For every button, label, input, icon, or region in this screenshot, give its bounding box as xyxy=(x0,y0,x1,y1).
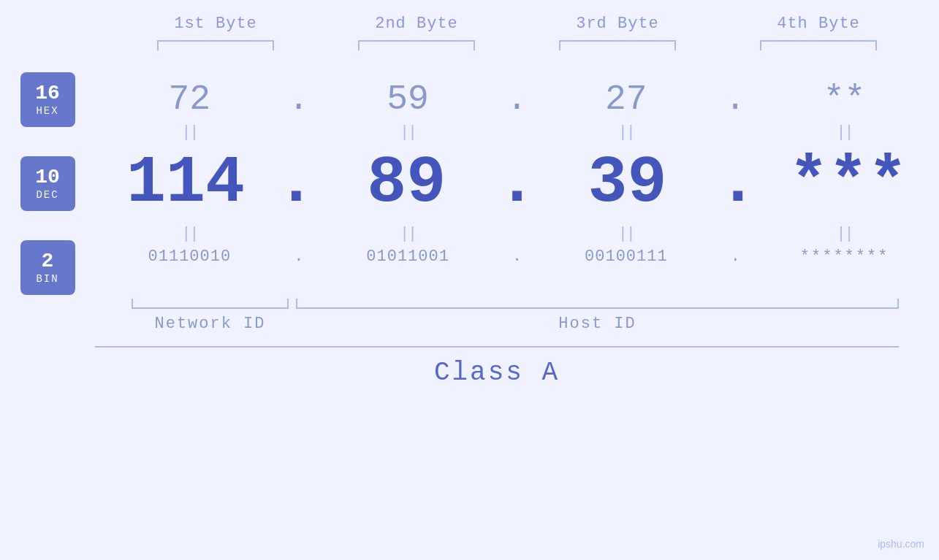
bottom-brackets-row xyxy=(95,299,899,309)
bin-badge: 2 BIN xyxy=(20,240,75,295)
network-bracket xyxy=(132,299,289,309)
host-id-label: Host ID xyxy=(296,315,899,333)
bin-b1-value: 01110010 xyxy=(148,248,232,266)
bin-dot3: . xyxy=(721,248,750,266)
host-bracket xyxy=(296,299,899,309)
id-labels-row: Network ID Host ID xyxy=(95,315,899,333)
bracket-top-3 xyxy=(559,40,676,50)
byte3-header: 3rd Byte xyxy=(517,15,718,33)
data-grid: 72 . 59 . 27 . ** xyxy=(95,72,939,295)
bin-b4-cell: ******** xyxy=(750,248,939,266)
dec-b4-cell: *** xyxy=(758,146,939,220)
eq2-c4: || xyxy=(750,225,939,243)
bracket-top-1 xyxy=(157,40,274,50)
hex-dot1: . xyxy=(284,80,313,119)
eq1-c3: || xyxy=(532,123,721,142)
class-label: Class A xyxy=(434,358,560,388)
bin-row: 01110010 . 01011001 . 00100111 . xyxy=(95,248,939,273)
bin-b1-cell: 01110010 xyxy=(95,248,284,266)
hex-dot3: . xyxy=(721,80,750,119)
hex-b4-value: ** xyxy=(824,80,866,119)
bracket-cell-2 xyxy=(316,40,517,50)
bracket-cell-1 xyxy=(115,40,316,50)
byte1-header: 1st Byte xyxy=(115,15,316,33)
hex-badge: 16 HEX xyxy=(20,72,75,127)
hex-dot2: . xyxy=(503,80,532,119)
hex-b3-cell: 27 xyxy=(532,80,721,119)
eq1-c2: || xyxy=(313,123,503,142)
top-brackets xyxy=(115,40,919,50)
eq2-c3: || xyxy=(532,225,721,243)
dec-badge-label: DEC xyxy=(36,189,58,201)
bin-b2-value: 01011001 xyxy=(366,248,449,266)
dec-dot1: . xyxy=(276,146,316,220)
bracket-cell-3 xyxy=(517,40,718,50)
bracket-top-2 xyxy=(358,40,475,50)
hex-b4-cell: ** xyxy=(750,80,939,119)
network-id-label: Network ID xyxy=(132,315,289,333)
byte4-header: 4th Byte xyxy=(718,15,919,33)
bin-dot2: . xyxy=(503,248,532,266)
rows-wrapper: 16 HEX 10 DEC 2 BIN 72 . xyxy=(0,72,939,295)
dec-b1-cell: 114 xyxy=(95,146,276,220)
bin-b4-value: ******** xyxy=(800,248,889,266)
dec-b2-cell: 89 xyxy=(316,146,497,220)
hex-b1-cell: 72 xyxy=(95,80,284,119)
dec-row: 114 . 89 . 39 . *** xyxy=(95,146,939,220)
dec-b4-value: *** xyxy=(789,146,908,220)
badges-column: 16 HEX 10 DEC 2 BIN xyxy=(0,72,95,295)
bottom-section: Network ID Host ID Class A xyxy=(0,299,939,388)
dec-b3-value: 39 xyxy=(588,146,667,220)
hex-b3-value: 27 xyxy=(605,80,647,119)
hex-b2-cell: 59 xyxy=(313,80,503,119)
watermark: ipshu.com xyxy=(878,538,924,550)
hex-badge-label: HEX xyxy=(36,105,58,117)
equals-row-2: || || || || xyxy=(95,220,939,248)
bin-b2-cell: 01011001 xyxy=(313,248,503,266)
byte2-header: 2nd Byte xyxy=(316,15,517,33)
hex-badge-num: 16 xyxy=(35,83,60,105)
eq2-c2: || xyxy=(313,225,503,243)
eq2-c1: || xyxy=(95,225,284,243)
eq1-c1: || xyxy=(95,123,284,142)
bin-dot1: . xyxy=(284,248,313,266)
equals-row-1: || || || || xyxy=(95,119,939,146)
dec-dot2: . xyxy=(497,146,536,220)
dec-badge: 10 DEC xyxy=(20,156,75,211)
bin-b3-cell: 00100111 xyxy=(532,248,721,266)
bracket-cell-4 xyxy=(718,40,919,50)
hex-b2-value: 59 xyxy=(387,80,429,119)
dec-dot3: . xyxy=(718,146,758,220)
dec-b2-value: 89 xyxy=(367,146,446,220)
hex-row: 72 . 59 . 27 . ** xyxy=(95,72,939,119)
dec-b3-cell: 39 xyxy=(537,146,718,220)
bin-badge-label: BIN xyxy=(36,273,58,285)
eq1-c4: || xyxy=(750,123,939,142)
byte-headers: 1st Byte 2nd Byte 3rd Byte 4th Byte xyxy=(115,15,919,33)
bin-b3-value: 00100111 xyxy=(585,248,668,266)
main-container: 1st Byte 2nd Byte 3rd Byte 4th Byte 16 H… xyxy=(0,0,939,560)
dec-b1-value: 114 xyxy=(126,146,245,220)
bin-badge-num: 2 xyxy=(42,250,54,273)
hex-b1-value: 72 xyxy=(169,80,211,119)
class-section: Class A xyxy=(95,346,899,388)
bracket-top-4 xyxy=(760,40,877,50)
dec-badge-num: 10 xyxy=(35,166,60,189)
